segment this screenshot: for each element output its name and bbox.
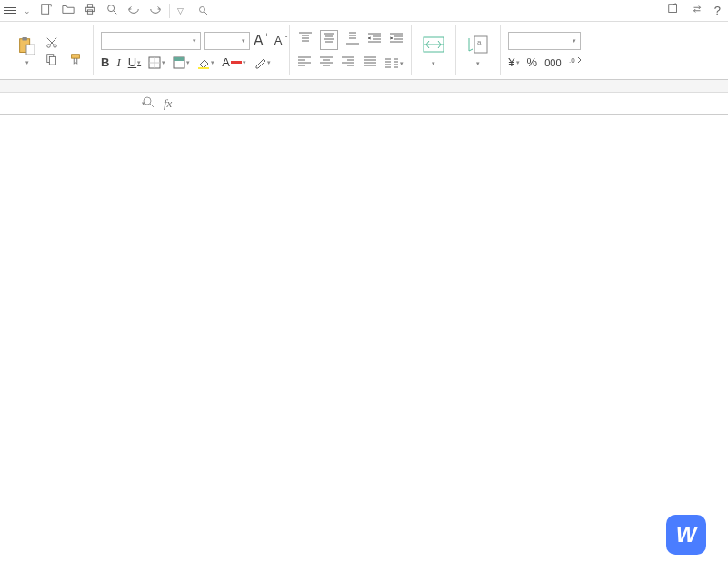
svg-rect-0 bbox=[42, 5, 49, 15]
comma-style-button[interactable]: 000 bbox=[544, 57, 561, 68]
svg-point-10 bbox=[47, 44, 51, 47]
cut-button[interactable] bbox=[45, 36, 85, 49]
svg-point-11 bbox=[54, 44, 57, 47]
shrink-font-button[interactable]: A- bbox=[274, 34, 283, 47]
font-color-button[interactable]: A▾ bbox=[222, 55, 246, 69]
print-icon[interactable] bbox=[84, 3, 96, 18]
align-justify-button[interactable] bbox=[363, 55, 377, 72]
decrease-indent-button[interactable] bbox=[367, 32, 382, 48]
align-right-button[interactable] bbox=[341, 55, 355, 72]
search-command[interactable] bbox=[198, 5, 212, 16]
align-bottom-button[interactable] bbox=[345, 32, 360, 48]
insert-function-icon[interactable] bbox=[142, 95, 155, 112]
orientation-button[interactable]: ▾ bbox=[384, 57, 404, 70]
wrap-text-button[interactable]: a ▾ bbox=[464, 35, 493, 67]
watermark: W bbox=[666, 515, 713, 555]
share-icon[interactable] bbox=[667, 3, 680, 18]
fx-icon[interactable]: fx bbox=[164, 96, 172, 111]
svg-rect-8 bbox=[22, 36, 27, 40]
align-top-button[interactable] bbox=[298, 32, 313, 48]
font-name-select[interactable]: ▾ bbox=[101, 32, 201, 50]
fill-color-button[interactable]: ▾ bbox=[197, 56, 214, 69]
redo-icon[interactable] bbox=[149, 3, 162, 18]
help-icon[interactable]: ? bbox=[714, 4, 721, 17]
svg-rect-13 bbox=[49, 56, 55, 65]
increase-decimal-button[interactable]: .0 bbox=[569, 55, 583, 69]
grow-font-button[interactable]: A+ bbox=[254, 33, 264, 49]
wps-logo-icon: W bbox=[666, 515, 706, 555]
italic-button[interactable]: I bbox=[116, 55, 120, 70]
file-menu-chevron-icon[interactable]: ⌄ bbox=[24, 6, 31, 15]
increase-indent-button[interactable] bbox=[389, 32, 404, 48]
align-left-button[interactable] bbox=[297, 55, 312, 72]
font-size-select[interactable]: ▾ bbox=[204, 32, 250, 50]
svg-rect-18 bbox=[198, 67, 209, 69]
svg-point-5 bbox=[200, 6, 205, 12]
svg-text:.0: .0 bbox=[569, 56, 575, 65]
qat-customize-icon[interactable]: ▽ bbox=[177, 6, 184, 15]
new-icon[interactable] bbox=[40, 3, 53, 18]
app-menu-icon[interactable] bbox=[4, 7, 16, 14]
align-middle-button[interactable] bbox=[320, 30, 338, 50]
clear-format-button[interactable]: ▾ bbox=[254, 56, 271, 69]
number-format-select[interactable]: ▾ bbox=[508, 32, 581, 50]
transfer-icon[interactable] bbox=[691, 3, 703, 18]
align-center-button[interactable] bbox=[319, 55, 334, 72]
name-box[interactable]: ▾ bbox=[0, 93, 127, 114]
cell-style-button[interactable]: ▾ bbox=[173, 56, 190, 69]
print-preview-icon[interactable] bbox=[105, 3, 118, 18]
svg-rect-19 bbox=[231, 61, 242, 64]
copy-button[interactable] bbox=[45, 53, 62, 65]
svg-rect-14 bbox=[72, 54, 80, 57]
currency-button[interactable]: ¥▾ bbox=[508, 55, 519, 69]
format-painter-button[interactable] bbox=[69, 53, 85, 65]
svg-point-24 bbox=[144, 97, 151, 105]
svg-rect-9 bbox=[26, 45, 35, 55]
svg-text:a: a bbox=[477, 38, 482, 46]
underline-button[interactable]: U▾ bbox=[128, 55, 141, 69]
undo-icon[interactable] bbox=[127, 3, 140, 18]
formula-bar-input[interactable] bbox=[186, 93, 728, 114]
svg-rect-2 bbox=[87, 5, 92, 8]
paste-button[interactable]: ▾ bbox=[13, 34, 40, 68]
bold-button[interactable]: B bbox=[101, 55, 109, 69]
open-icon[interactable] bbox=[62, 3, 75, 18]
svg-rect-17 bbox=[174, 57, 184, 61]
percent-button[interactable]: % bbox=[527, 55, 538, 69]
merge-center-button[interactable]: ▾ bbox=[419, 35, 448, 67]
svg-rect-6 bbox=[669, 5, 677, 13]
border-button[interactable]: ▾ bbox=[148, 56, 165, 69]
name-box-input[interactable] bbox=[0, 93, 136, 114]
svg-point-4 bbox=[108, 5, 115, 12]
